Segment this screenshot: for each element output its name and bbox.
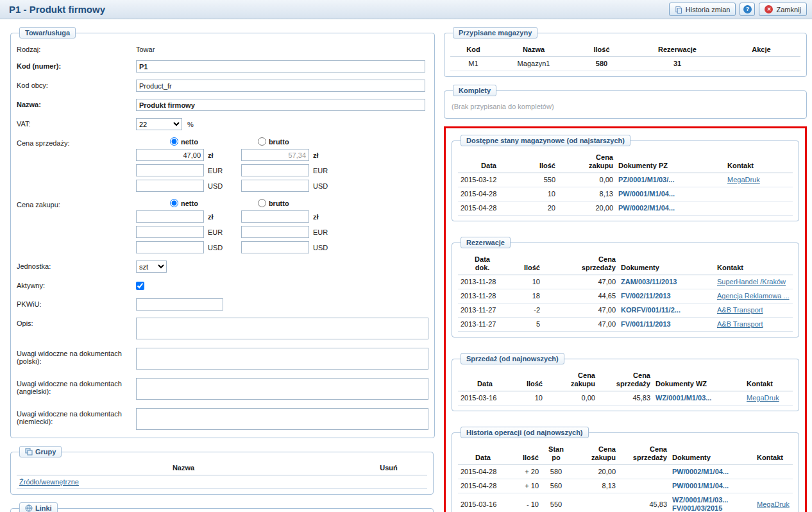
rodzaj-row: Rodzaj: Towar xyxy=(17,44,428,53)
uwagi-pl-textarea[interactable] xyxy=(136,348,428,370)
document-link[interactable]: PW/0002/M1/04... xyxy=(618,204,675,212)
cell-cena: 0,00 xyxy=(558,173,616,187)
contact-link[interactable]: MegaDruk xyxy=(757,500,790,508)
table-row: 2013-11-27 5 47,00 FV/001/11/2013 A&B Tr… xyxy=(458,318,793,332)
komplety-fieldset: Komplety (Brak przypisania do kompletów) xyxy=(444,85,807,119)
document-link[interactable]: WZ/0001/M1/03... xyxy=(672,496,752,504)
group-link[interactable]: Źródło/wewnętrzne xyxy=(19,478,79,486)
kod-input[interactable] xyxy=(136,60,425,73)
pln-label: zł xyxy=(313,213,336,221)
aktywny-checkbox[interactable] xyxy=(136,282,144,290)
document-link[interactable]: PW/0002/M1/04... xyxy=(672,468,729,475)
document-link[interactable]: PZ/0001/M1/03/... xyxy=(618,176,674,183)
document-link[interactable]: PW/0001/M1/04... xyxy=(672,482,729,490)
sprzedaz-netto-pln-input[interactable] xyxy=(136,149,204,161)
cell-data: 2015-03-16 xyxy=(458,493,508,512)
opis-row: Opis: xyxy=(17,318,428,341)
zakup-brutto-eur-input[interactable] xyxy=(241,226,309,238)
contact-link[interactable]: A&B Transport xyxy=(717,306,763,314)
cell-cena-sprzedazy: 45,83 xyxy=(598,391,653,405)
document-link[interactable]: KORFV/001/11/2... xyxy=(621,306,681,314)
kod-label: Kod (numer): xyxy=(17,60,136,73)
cena-zakupu-brutto-option[interactable]: brutto xyxy=(258,199,289,207)
zakup-netto-pln-input[interactable] xyxy=(136,210,204,223)
zakup-brutto-usd-input[interactable] xyxy=(241,241,309,253)
vat-select[interactable]: 22 xyxy=(136,118,182,130)
uwagi-de-label: Uwagi widoczne na dokumentach (niemiecki… xyxy=(17,408,136,431)
cell-cena: 20,00 xyxy=(558,201,616,216)
contact-link[interactable]: A&B Transport xyxy=(717,320,763,328)
history-button[interactable]: Historia zmian xyxy=(669,3,736,16)
table-header-row: Nazwa Usuń xyxy=(17,463,427,475)
cena-sprzedazy-mode: netto brutto xyxy=(136,137,428,146)
table-header-row: Data Ilość Stan po Cena zakupu Cena sprz… xyxy=(458,443,793,465)
pkwiu-label: PKWiU: xyxy=(17,298,136,311)
cena-sprzedazy-label: Cena sprzedaży: xyxy=(17,137,136,192)
usd-label: USD xyxy=(313,182,336,190)
cell-cena-sprzedazy xyxy=(618,465,670,479)
col-dokumenty-wz: Dokumenty WZ xyxy=(653,370,744,391)
jednostka-label: Jednostka: xyxy=(17,260,136,273)
col-cena-sprzedazy: Cena sprzedaży xyxy=(618,443,670,465)
cell-kod: M1 xyxy=(450,57,496,71)
cena-zakupu-netto-radio[interactable] xyxy=(170,199,178,207)
contact-link[interactable]: MegaDruk xyxy=(727,176,760,183)
cell-cena: 44,65 xyxy=(543,289,618,303)
cell-ilosc: 580 xyxy=(571,57,632,71)
col-nazwa: Nazwa xyxy=(17,463,350,475)
sprzedaz-netto-eur-input[interactable] xyxy=(136,164,204,176)
cena-sprzedazy-netto-radio[interactable] xyxy=(170,137,178,146)
sprzedaz-brutto-eur-input[interactable] xyxy=(241,164,309,176)
cena-sprzedazy-brutto-option[interactable]: brutto xyxy=(258,137,289,146)
grupy-legend: Grupy xyxy=(19,446,62,457)
cena-zakupu-netto-option[interactable]: netto xyxy=(170,199,198,207)
document-link[interactable]: FV/002/11/2013 xyxy=(621,292,671,300)
eur-label: EUR xyxy=(313,167,336,175)
sprzedaz-netto-usd-input[interactable] xyxy=(136,180,204,192)
kod-obcy-row: Kod obcy: xyxy=(17,80,428,92)
table-row: 2015-03-16 - 10 550 45,83 WZ/0001/M1/03.… xyxy=(458,493,793,512)
historia-legend: Historia operacji (od najnowszych) xyxy=(461,427,589,438)
cena-zakupu-brutto-radio[interactable] xyxy=(258,199,266,207)
document-link[interactable]: ZAM/003/11/2013 xyxy=(621,278,677,286)
col-cena-sprzedazy: Cena sprzedaży xyxy=(598,370,653,391)
cell-data: 2015-04-28 xyxy=(458,465,508,479)
document-link[interactable]: WZ/0001/M1/03... xyxy=(656,394,711,402)
col-stan-po: Stan po xyxy=(541,443,571,465)
contact-link[interactable]: MegaDruk xyxy=(747,394,779,402)
zakup-netto-eur-input[interactable] xyxy=(136,226,204,238)
col-akcje: Akcje xyxy=(722,44,800,57)
close-icon: ✕ xyxy=(765,5,773,13)
cena-sprzedazy-brutto-radio[interactable] xyxy=(258,137,266,146)
cell-cena-zakupu: 8,13 xyxy=(571,479,618,493)
jednostka-select[interactable]: szt xyxy=(136,260,167,273)
uwagi-en-textarea[interactable] xyxy=(136,378,428,400)
contact-link[interactable]: SuperHandel /Kraków xyxy=(717,278,786,286)
uwagi-en-row: Uwagi widoczne na dokumentach (angielski… xyxy=(17,378,428,401)
opis-textarea[interactable] xyxy=(136,318,428,339)
magazyny-table: Kod Nazwa Ilość Rezerwacje Akcje M1 Maga… xyxy=(450,44,800,71)
kod-obcy-input[interactable] xyxy=(136,80,425,92)
cell-cena-zakupu xyxy=(571,493,618,512)
document-link[interactable]: PW/0001/M1/04... xyxy=(618,190,675,198)
cell-data: 2013-11-28 xyxy=(458,275,507,289)
uwagi-de-textarea[interactable] xyxy=(136,408,428,430)
cena-sprzedazy-netto-option[interactable]: netto xyxy=(170,137,198,146)
col-cena-zakupu: Cena zakupu xyxy=(545,370,598,391)
pkwiu-row: PKWiU: xyxy=(17,298,428,311)
zakup-netto-usd-input[interactable] xyxy=(136,241,204,253)
sprzedaz-brutto-usd-input[interactable] xyxy=(241,180,309,192)
cell-data: 2015-04-28 xyxy=(458,187,520,201)
cell-data: 2015-03-12 xyxy=(458,173,520,187)
document-link[interactable]: FV/001/03/2015 xyxy=(672,504,752,512)
cell-ilosc: 10 xyxy=(512,391,545,405)
nazwa-row: Nazwa: xyxy=(17,99,428,111)
contact-link[interactable]: Agencja Reklamowa ... xyxy=(717,292,790,300)
help-button[interactable]: ? xyxy=(740,3,755,16)
pkwiu-input[interactable] xyxy=(136,298,223,311)
nazwa-input[interactable] xyxy=(136,99,425,111)
zakup-brutto-pln-input[interactable] xyxy=(241,210,309,223)
close-button[interactable]: ✕ Zamknij xyxy=(759,3,807,16)
document-link[interactable]: FV/001/11/2013 xyxy=(621,320,671,328)
help-icon: ? xyxy=(743,5,752,13)
